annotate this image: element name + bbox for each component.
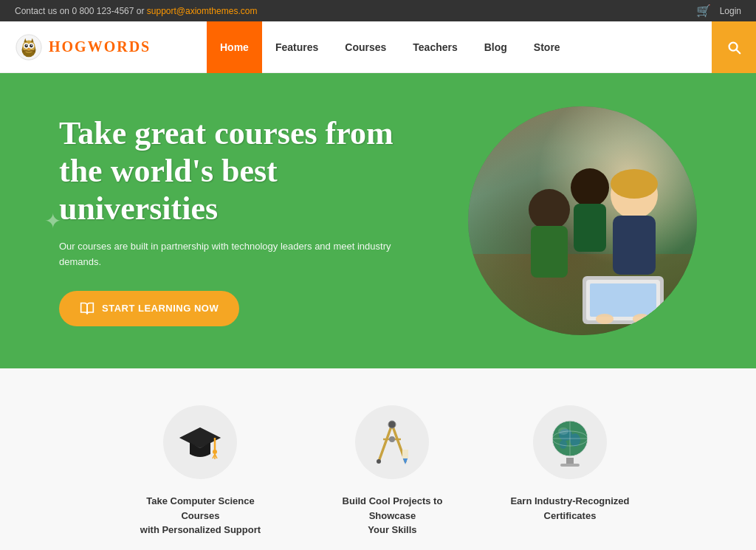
feature-item-3: Earn Industry-RecognizedCertificates [510,405,629,537]
header: HOGWORDS Home Features Courses Teachers … [0,21,756,73]
svg-point-15 [571,168,609,207]
contact-info: Contact us on 0 800 123-4567 or support@… [15,6,257,16]
feature-item-1: Take Computer Science Courseswith Person… [126,405,274,537]
svg-rect-22 [590,283,656,317]
svg-point-9 [26,44,27,46]
nav-item-features[interactable]: Features [262,21,331,73]
hero-photo [468,106,697,335]
graduation-cap-icon [178,420,222,464]
svg-point-23 [596,314,614,324]
hero-cta-label: START LEARNING NOW [102,303,219,314]
feature-label-3: Earn Industry-RecognizedCertificates [510,494,629,523]
hero-cta-button[interactable]: START LEARNING NOW [59,291,239,326]
svg-point-10 [31,44,32,46]
svg-rect-16 [574,204,606,252]
top-bar-right: 🛒 Login [696,4,741,18]
login-link[interactable]: Login [720,6,741,16]
svg-point-18 [611,169,658,199]
main-nav: Home Features Courses Teachers Blog Stor… [207,21,574,72]
feature-label-2: Build Cool Projects to ShowcaseYour Skil… [318,494,466,537]
svg-point-24 [633,314,650,324]
hero-photo-circle [468,106,697,335]
feature-icon-globe [533,405,607,479]
feature-label-1: Take Computer Science Courseswith Person… [126,494,274,537]
svg-rect-19 [613,216,656,275]
svg-point-7 [24,44,28,47]
compass-icon [370,419,414,467]
svg-point-28 [213,450,217,454]
logo-text: HOGWORDS [49,38,151,55]
top-bar: Contact us on 0 800 123-4567 or support@… [0,0,756,21]
svg-line-32 [379,424,392,461]
contact-email[interactable]: support@axiomthemes.com [147,6,258,16]
hero-title: Take great courses from the world's best… [59,115,428,227]
nav-item-teachers[interactable]: Teachers [399,21,470,73]
feature-icon-graduation [163,405,237,479]
book-icon [80,301,94,316]
features-section: Take Computer Science Courseswith Person… [0,368,756,550]
svg-rect-14 [531,226,568,278]
svg-point-50 [558,427,568,435]
hero-section: ✦ ✦ Take great courses from the world's … [0,73,756,368]
svg-point-39 [389,436,395,442]
nav-item-courses[interactable]: Courses [331,21,399,73]
nav-item-blog[interactable]: Blog [471,21,520,73]
hero-illustration [468,106,697,335]
cart-icon[interactable]: 🛒 [696,4,711,18]
svg-point-35 [377,459,381,464]
svg-point-46 [560,440,567,449]
svg-point-13 [529,189,570,230]
search-icon [726,39,742,55]
search-button[interactable] [712,21,756,73]
logo-area: HOGWORDS [15,33,207,61]
logo-owl-icon [15,33,43,61]
globe-icon [547,416,593,468]
svg-point-8 [30,44,33,47]
feature-item-2: Build Cool Projects to ShowcaseYour Skil… [318,405,466,537]
svg-point-34 [388,421,396,428]
svg-rect-41 [560,464,580,467]
hero-content: Take great courses from the world's best… [59,115,428,326]
nav-item-home[interactable]: Home [207,21,262,73]
feature-icon-compass [355,405,429,479]
hero-subtitle: Our courses are built in partnership wit… [59,239,428,270]
nav-item-store[interactable]: Store [520,21,574,73]
svg-rect-37 [402,450,408,458]
